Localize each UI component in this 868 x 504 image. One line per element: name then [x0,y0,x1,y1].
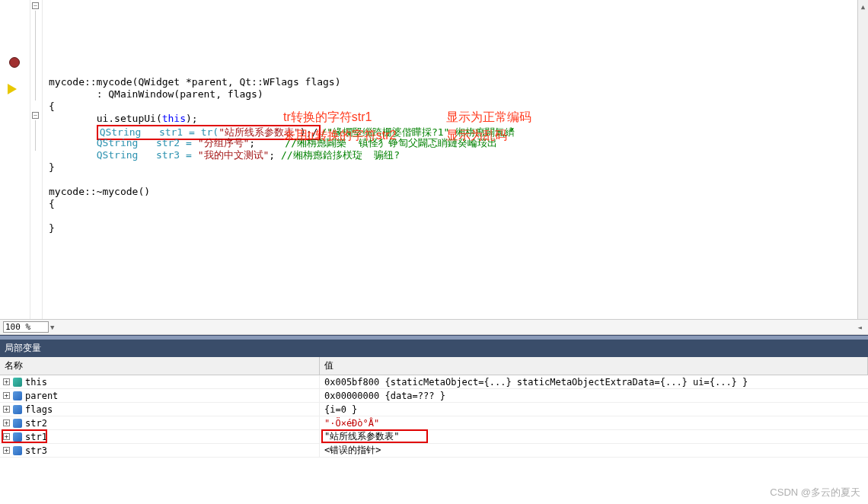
fold-gutter[interactable]: − − [30,0,43,319]
code-content[interactable]: tr转换的字符str1 显示为正常编码 未用tr转换的字符str2 显示为乱码 … [43,0,857,319]
code-viewport: − − tr转换的字符str1 显示为正常编码 未用tr转换的字符str2 显示… [0,0,868,319]
expand-toggle-icon[interactable]: + [3,392,10,399]
expand-toggle-icon[interactable]: + [3,447,10,454]
expand-toggle-icon[interactable]: + [3,433,10,440]
variable-icon [13,378,22,387]
breakpoint-icon[interactable] [9,57,20,68]
chevron-down-icon[interactable]: ▼ [50,324,54,331]
locals-header: 名称 值 [0,357,868,375]
variable-name: str1 [25,432,47,442]
breakpoint-gutter[interactable] [0,0,30,319]
code-line[interactable] [49,210,851,222]
code-line[interactable]: : QMainWindow(parent, flags) [49,88,851,100]
variable-name: parent [25,391,58,401]
locals-panel: 局部变量 名称 值 +this0x005bf800 {staticMetaObj… [0,340,868,504]
watermark-text: CSDN @多云的夏天 [770,486,860,499]
fold-toggle-icon[interactable]: − [32,2,39,9]
zoom-select[interactable]: 100 % [3,321,49,333]
annotation-text: 未用tr转换的字符str2 [283,129,396,142]
variable-row[interactable]: +parent0x00000000 {data=??? } [0,389,868,403]
variable-name: str3 [25,445,47,456]
expand-toggle-icon[interactable]: + [3,419,10,426]
current-line-arrow-icon [8,84,17,94]
variable-value: 0x00000000 {data=??? } [320,391,868,401]
variable-name: str2 [25,418,47,429]
variable-row[interactable]: +str3<错误的指针> [0,444,868,458]
column-name[interactable]: 名称 [0,357,320,375]
variable-value: 0x005bf800 {staticMetaObject={...} stati… [320,377,868,388]
variable-value: {i=0 } [320,404,868,415]
code-line[interactable]: mycode::mycode(QWidget *parent, Qt::WFla… [49,76,851,88]
scroll-up-button[interactable]: ▲ [857,0,868,319]
code-line[interactable]: { [49,198,851,210]
annotation-text: 显示为正常编码 [446,111,531,123]
variable-icon [13,405,22,414]
code-line[interactable]: } [49,222,851,234]
fold-toggle-icon[interactable]: − [32,112,39,119]
locals-rows: +this0x005bf800 {staticMetaObject={...} … [0,375,868,504]
variable-icon [13,391,22,400]
code-editor: − − tr转换的字符str1 显示为正常编码 未用tr转换的字符str2 显示… [0,0,868,335]
editor-footer: 100 % ▼ ◄ [0,319,868,334]
scroll-left-button[interactable]: ◄ [855,324,865,331]
variable-icon [13,446,22,455]
variable-name: this [25,377,47,388]
column-value[interactable]: 值 [320,357,868,375]
expand-toggle-icon[interactable]: + [3,406,10,413]
variable-row[interactable]: +str2"·Ö×éÐò°Å" [0,416,868,430]
variable-row[interactable]: +this0x005bf800 {staticMetaObject={...} … [0,375,868,389]
variable-row[interactable]: +flags{i=0 } [0,403,868,416]
code-line[interactable]: QString str3 = "我的中文测试"; //缃栴瘛鋡拸栚琁 骟纽? [49,149,851,161]
variable-value: <错误的指针> [320,444,868,457]
code-line[interactable]: mycode::~mycode() [49,186,851,198]
variable-value: "站所线系参数表" [320,430,868,443]
code-line[interactable] [49,174,851,186]
expand-toggle-icon[interactable]: + [3,378,10,385]
variable-icon [13,432,22,442]
annotation-text: tr转换的字符str1 [283,111,372,123]
panel-title: 局部变量 [0,340,868,357]
annotation-text: 显示为乱码 [446,129,507,142]
variable-name: flags [25,404,53,415]
variable-icon [13,419,22,428]
code-line[interactable]: } [49,161,851,174]
variable-row[interactable]: +str1"站所线系参数表" [0,430,868,444]
variable-value: "·Ö×éÐò°Å" [320,418,868,429]
